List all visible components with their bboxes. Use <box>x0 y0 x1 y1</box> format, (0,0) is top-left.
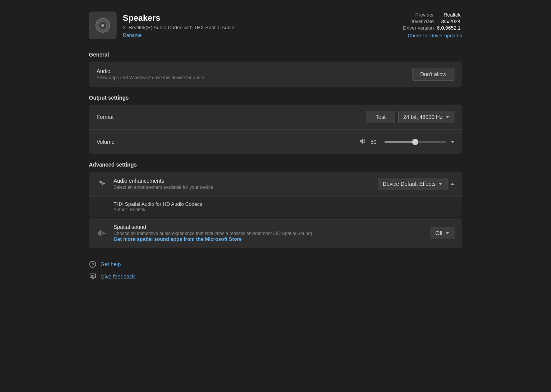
spatial-sound-card: Spatial sound Choose an immersive audio … <box>89 218 462 248</box>
audio-enhancements-chevron-up-icon[interactable] <box>451 183 454 185</box>
svg-rect-7 <box>99 232 99 234</box>
svg-rect-8 <box>100 231 100 235</box>
spatial-sound-label: Spatial sound <box>114 224 312 230</box>
device-name: Speakers <box>123 13 234 23</box>
spatial-sound-row: Spatial sound Choose an immersive audio … <box>89 218 462 248</box>
svg-rect-13 <box>105 233 105 234</box>
give-feedback-label: Give feedback <box>100 274 135 280</box>
device-icon <box>89 12 117 39</box>
audio-enhancements-icon <box>97 178 107 189</box>
get-help-icon: ? <box>89 260 97 268</box>
audio-enhancements-row: Audio enhancements Select an enhancement… <box>89 172 462 196</box>
spatial-sound-sublabel: Choose an immersive audio experience tha… <box>114 231 312 236</box>
volume-controls: 50 <box>359 138 454 146</box>
thx-sub-row: THX Spatial Audio for HD Audio Codecs Au… <box>89 196 462 217</box>
ms-store-link[interactable]: Get more spatial sound apps from the Mic… <box>114 236 312 242</box>
advanced-settings-section: Advanced settings <box>89 162 462 168</box>
format-label: Format <box>97 114 114 120</box>
volume-label: Volume <box>97 139 115 145</box>
device-subtitle: 2- Realtek(R) Audio Codec with THX Spati… <box>123 25 234 30</box>
help-section: ? Get help Give feedback <box>89 260 462 280</box>
dont-allow-button[interactable]: Don't allow <box>412 68 454 81</box>
driver-info: Provider Realtek Driver date 3/5/2024 Dr… <box>401 12 462 38</box>
spatial-sound-icon <box>97 228 107 239</box>
spatial-sound-value: Off <box>436 230 442 236</box>
svg-rect-9 <box>100 230 101 236</box>
driver-version-label: Driver version <box>401 25 435 31</box>
output-settings-title: Output settings <box>89 95 462 101</box>
format-value: 24 bit, 48000 Hz <box>403 114 442 120</box>
driver-date-value: 3/5/2024 <box>436 18 462 25</box>
driver-version-value: 6.0.9652.1 <box>436 25 462 31</box>
output-settings-section: Output settings <box>89 95 462 101</box>
audio-row: Audio Allow apps and Windows to use this… <box>89 62 462 87</box>
give-feedback-icon <box>89 273 97 280</box>
device-info: Speakers 2- Realtek(R) Audio Codec with … <box>123 13 234 38</box>
give-feedback-item[interactable]: Give feedback <box>89 273 462 280</box>
test-button[interactable]: Test <box>366 111 395 123</box>
spatial-sound-chevron-down-icon <box>446 232 449 234</box>
driver-date-label: Driver date <box>401 18 435 25</box>
svg-rect-11 <box>103 232 104 234</box>
volume-slider[interactable] <box>384 141 446 143</box>
thx-subtitle: Author: Realtek <box>114 207 454 212</box>
volume-chevron-down-icon <box>451 141 454 143</box>
check-driver-updates-link[interactable]: Check for driver updates <box>401 33 462 38</box>
audio-enhancements-label: Audio enhancements <box>114 178 213 184</box>
volume-icon <box>359 138 366 146</box>
svg-point-5 <box>99 182 100 183</box>
chevron-down-icon <box>446 116 449 118</box>
format-row: Format Test 24 bit, 48000 Hz <box>89 105 462 129</box>
general-section: General <box>89 52 462 58</box>
format-controls: Test 24 bit, 48000 Hz <box>366 111 454 123</box>
audio-enhancements-dropdown[interactable]: Device Default Effects <box>378 178 447 190</box>
get-help-label: Get help <box>100 261 121 267</box>
svg-rect-12 <box>104 232 105 234</box>
provider-label: Provider <box>401 12 435 18</box>
general-section-title: General <box>89 52 462 58</box>
advanced-settings-card: Audio enhancements Select an enhancement… <box>89 172 462 217</box>
audio-enhancements-sublabel: Select an enhancement available for your… <box>114 185 213 190</box>
svg-text:?: ? <box>92 262 94 267</box>
svg-point-3 <box>102 25 104 26</box>
get-help-item[interactable]: ? Get help <box>89 260 462 268</box>
rename-link[interactable]: Rename <box>123 32 142 38</box>
provider-value: Realtek <box>436 12 462 18</box>
general-card: Audio Allow apps and Windows to use this… <box>89 62 462 87</box>
audio-enhancements-value: Device Default Effects <box>383 181 436 187</box>
audio-label: Audio <box>97 68 204 74</box>
format-dropdown[interactable]: 24 bit, 48000 Hz <box>398 111 454 123</box>
device-header: Speakers 2- Realtek(R) Audio Codec with … <box>89 12 462 39</box>
volume-value: 50 <box>371 139 380 145</box>
svg-marker-4 <box>360 138 363 144</box>
advanced-settings-title: Advanced settings <box>89 162 462 168</box>
output-settings-card: Format Test 24 bit, 48000 Hz Volume <box>89 105 462 154</box>
spatial-sound-dropdown[interactable]: Off <box>431 227 454 239</box>
audio-sublabel: Allow apps and Windows to use this devic… <box>97 75 204 80</box>
volume-row: Volume 50 <box>89 129 462 154</box>
thx-title: THX Spatial Audio for HD Audio Codecs <box>114 201 454 207</box>
audio-enhancements-chevron-down-icon <box>439 183 442 185</box>
svg-point-6 <box>104 183 105 184</box>
svg-rect-10 <box>102 231 102 235</box>
